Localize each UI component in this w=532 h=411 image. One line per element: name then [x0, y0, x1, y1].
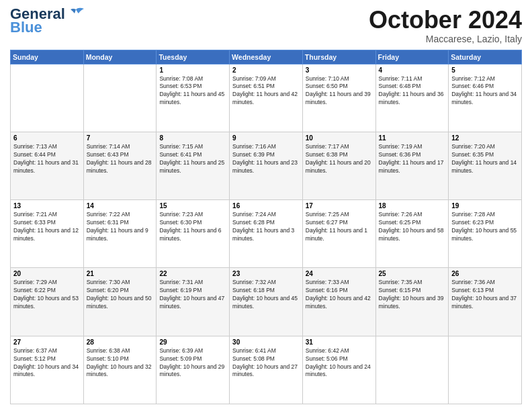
- day-number: 25: [379, 270, 446, 277]
- calendar-day-cell: 6Sunrise: 7:13 AM Sunset: 6:44 PM Daylig…: [11, 132, 84, 199]
- day-info: Sunrise: 7:08 AM Sunset: 6:53 PM Dayligh…: [159, 75, 226, 107]
- day-info: Sunrise: 7:09 AM Sunset: 6:51 PM Dayligh…: [232, 75, 300, 107]
- day-number: 11: [379, 134, 446, 142]
- calendar-day-cell: 9Sunrise: 7:16 AM Sunset: 6:39 PM Daylig…: [230, 132, 303, 199]
- calendar-day-cell: 5Sunrise: 7:12 AM Sunset: 6:46 PM Daylig…: [449, 64, 522, 132]
- day-number: 19: [451, 202, 519, 210]
- calendar-day-cell: 23Sunrise: 7:32 AM Sunset: 6:18 PM Dayli…: [230, 268, 303, 336]
- calendar-day-cell: [11, 64, 84, 132]
- calendar-day-cell: 21Sunrise: 7:30 AM Sunset: 6:20 PM Dayli…: [83, 268, 157, 336]
- day-number: 16: [232, 202, 300, 210]
- calendar-table: SundayMondayTuesdayWednesdayThursdayFrid…: [10, 50, 522, 404]
- logo: General Blue: [10, 7, 85, 35]
- day-info: Sunrise: 7:13 AM Sunset: 6:44 PM Dayligh…: [13, 143, 81, 175]
- calendar-week-row: 20Sunrise: 7:29 AM Sunset: 6:22 PM Dayli…: [11, 268, 522, 336]
- day-info: Sunrise: 7:14 AM Sunset: 6:43 PM Dayligh…: [87, 143, 154, 175]
- day-info: Sunrise: 7:23 AM Sunset: 6:30 PM Dayligh…: [159, 211, 226, 243]
- day-number: 5: [451, 66, 519, 74]
- calendar-day-cell: 10Sunrise: 7:17 AM Sunset: 6:38 PM Dayli…: [302, 132, 375, 199]
- day-info: Sunrise: 6:42 AM Sunset: 5:06 PM Dayligh…: [306, 347, 373, 379]
- page: General Blue October 2024 Maccarese, Laz…: [0, 0, 532, 411]
- day-info: Sunrise: 7:29 AM Sunset: 6:22 PM Dayligh…: [13, 279, 81, 311]
- day-info: Sunrise: 7:33 AM Sunset: 6:16 PM Dayligh…: [306, 279, 373, 311]
- day-info: Sunrise: 7:26 AM Sunset: 6:25 PM Dayligh…: [379, 211, 446, 243]
- day-info: Sunrise: 6:39 AM Sunset: 5:09 PM Dayligh…: [159, 347, 226, 379]
- day-number: 12: [451, 134, 519, 142]
- calendar-day-cell: 29Sunrise: 6:39 AM Sunset: 5:09 PM Dayli…: [157, 336, 230, 404]
- day-number: 14: [87, 202, 154, 210]
- title-area: October 2024 Maccarese, Lazio, Italy: [369, 7, 522, 44]
- day-number: 8: [159, 134, 226, 142]
- day-number: 7: [87, 134, 154, 142]
- calendar-day-cell: 24Sunrise: 7:33 AM Sunset: 6:16 PM Dayli…: [302, 268, 375, 336]
- calendar-week-row: 6Sunrise: 7:13 AM Sunset: 6:44 PM Daylig…: [11, 132, 522, 199]
- calendar-day-cell: 16Sunrise: 7:24 AM Sunset: 6:28 PM Dayli…: [230, 200, 303, 268]
- weekday-header: Monday: [83, 50, 157, 64]
- day-info: Sunrise: 7:22 AM Sunset: 6:31 PM Dayligh…: [87, 211, 154, 243]
- day-number: 20: [13, 270, 81, 277]
- day-number: 18: [379, 202, 446, 210]
- day-number: 26: [451, 270, 519, 277]
- weekday-header: Wednesday: [230, 50, 303, 64]
- calendar-day-cell: 20Sunrise: 7:29 AM Sunset: 6:22 PM Dayli…: [11, 268, 84, 336]
- day-number: 31: [306, 338, 373, 346]
- day-number: 4: [379, 66, 446, 74]
- day-info: Sunrise: 7:17 AM Sunset: 6:38 PM Dayligh…: [306, 143, 373, 175]
- day-info: Sunrise: 7:30 AM Sunset: 6:20 PM Dayligh…: [87, 279, 154, 311]
- calendar-day-cell: 18Sunrise: 7:26 AM Sunset: 6:25 PM Dayli…: [375, 200, 449, 268]
- day-number: 2: [232, 66, 300, 74]
- day-info: Sunrise: 7:36 AM Sunset: 6:13 PM Dayligh…: [451, 279, 519, 311]
- day-info: Sunrise: 7:16 AM Sunset: 6:39 PM Dayligh…: [232, 143, 300, 175]
- day-number: 22: [159, 270, 226, 277]
- day-number: 10: [306, 134, 373, 142]
- day-info: Sunrise: 6:37 AM Sunset: 5:12 PM Dayligh…: [13, 347, 81, 379]
- day-number: 28: [87, 338, 154, 346]
- header: General Blue October 2024 Maccarese, Laz…: [10, 7, 522, 44]
- weekday-header: Thursday: [302, 50, 375, 64]
- day-info: Sunrise: 7:19 AM Sunset: 6:36 PM Dayligh…: [379, 143, 446, 175]
- day-number: 15: [159, 202, 226, 210]
- day-number: 1: [159, 66, 226, 74]
- day-number: 3: [306, 66, 373, 74]
- weekday-header-row: SundayMondayTuesdayWednesdayThursdayFrid…: [11, 50, 522, 64]
- calendar-day-cell: 28Sunrise: 6:38 AM Sunset: 5:10 PM Dayli…: [83, 336, 157, 404]
- calendar-day-cell: 31Sunrise: 6:42 AM Sunset: 5:06 PM Dayli…: [302, 336, 375, 404]
- day-info: Sunrise: 7:25 AM Sunset: 6:27 PM Dayligh…: [306, 211, 373, 243]
- weekday-header: Saturday: [449, 50, 522, 64]
- calendar-day-cell: 1Sunrise: 7:08 AM Sunset: 6:53 PM Daylig…: [157, 64, 230, 132]
- day-info: Sunrise: 7:11 AM Sunset: 6:48 PM Dayligh…: [379, 75, 446, 107]
- calendar-day-cell: [449, 336, 522, 404]
- calendar-day-cell: 22Sunrise: 7:31 AM Sunset: 6:19 PM Dayli…: [157, 268, 230, 336]
- day-info: Sunrise: 7:24 AM Sunset: 6:28 PM Dayligh…: [232, 211, 300, 243]
- calendar-week-row: 27Sunrise: 6:37 AM Sunset: 5:12 PM Dayli…: [11, 336, 522, 404]
- calendar-day-cell: 26Sunrise: 7:36 AM Sunset: 6:13 PM Dayli…: [449, 268, 522, 336]
- calendar-day-cell: 2Sunrise: 7:09 AM Sunset: 6:51 PM Daylig…: [230, 64, 303, 132]
- logo-bird-icon: [66, 7, 85, 21]
- calendar-day-cell: 3Sunrise: 7:10 AM Sunset: 6:50 PM Daylig…: [302, 64, 375, 132]
- day-info: Sunrise: 7:20 AM Sunset: 6:35 PM Dayligh…: [451, 143, 519, 175]
- day-number: 27: [13, 338, 81, 346]
- calendar-week-row: 1Sunrise: 7:08 AM Sunset: 6:53 PM Daylig…: [11, 64, 522, 132]
- calendar-day-cell: 11Sunrise: 7:19 AM Sunset: 6:36 PM Dayli…: [375, 132, 449, 199]
- calendar-day-cell: 25Sunrise: 7:35 AM Sunset: 6:15 PM Dayli…: [375, 268, 449, 336]
- day-info: Sunrise: 7:21 AM Sunset: 6:33 PM Dayligh…: [13, 211, 81, 243]
- calendar-day-cell: 30Sunrise: 6:41 AM Sunset: 5:08 PM Dayli…: [230, 336, 303, 404]
- day-info: Sunrise: 7:15 AM Sunset: 6:41 PM Dayligh…: [159, 143, 226, 175]
- day-info: Sunrise: 7:31 AM Sunset: 6:19 PM Dayligh…: [159, 279, 226, 311]
- day-number: 24: [306, 270, 373, 277]
- weekday-header: Sunday: [11, 50, 84, 64]
- day-number: 23: [232, 270, 300, 277]
- day-info: Sunrise: 7:28 AM Sunset: 6:23 PM Dayligh…: [451, 211, 519, 243]
- day-info: Sunrise: 7:12 AM Sunset: 6:46 PM Dayligh…: [451, 75, 519, 107]
- calendar-day-cell: 19Sunrise: 7:28 AM Sunset: 6:23 PM Dayli…: [449, 200, 522, 268]
- day-info: Sunrise: 7:32 AM Sunset: 6:18 PM Dayligh…: [232, 279, 300, 311]
- month-title: October 2024: [369, 7, 522, 34]
- day-info: Sunrise: 6:38 AM Sunset: 5:10 PM Dayligh…: [87, 347, 154, 379]
- calendar-day-cell: 17Sunrise: 7:25 AM Sunset: 6:27 PM Dayli…: [302, 200, 375, 268]
- logo-blue: Blue: [10, 20, 42, 35]
- calendar-day-cell: 15Sunrise: 7:23 AM Sunset: 6:30 PM Dayli…: [157, 200, 230, 268]
- day-number: 13: [13, 202, 81, 210]
- day-number: 21: [87, 270, 154, 277]
- day-number: 9: [232, 134, 300, 142]
- calendar-day-cell: 8Sunrise: 7:15 AM Sunset: 6:41 PM Daylig…: [157, 132, 230, 199]
